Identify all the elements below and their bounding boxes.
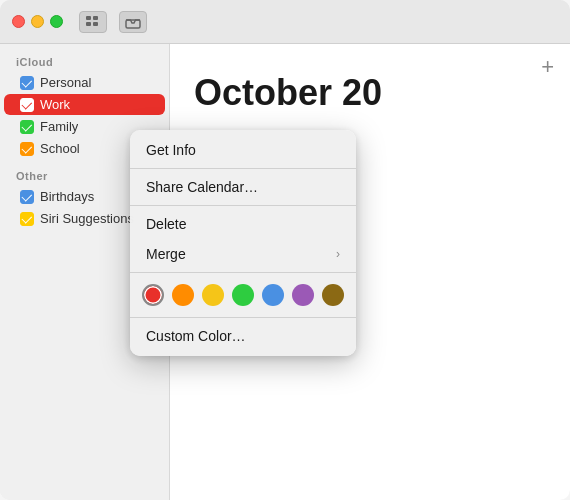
add-event-button[interactable]: + — [541, 56, 554, 78]
color-swatch-purple[interactable] — [292, 284, 314, 306]
month-title: October 20 — [194, 72, 546, 114]
menu-item-share-calendar-label: Share Calendar… — [146, 179, 258, 195]
svg-rect-4 — [126, 20, 140, 28]
minimize-button[interactable] — [31, 15, 44, 28]
sidebar-item-school-label: School — [40, 141, 80, 156]
color-swatches-row — [130, 276, 356, 314]
traffic-lights — [12, 15, 63, 28]
svg-rect-3 — [93, 22, 98, 26]
menu-item-get-info[interactable]: Get Info — [130, 135, 356, 165]
merge-arrow-icon: › — [336, 247, 340, 261]
color-swatch-red[interactable] — [142, 284, 164, 306]
close-button[interactable] — [12, 15, 25, 28]
sidebar-item-personal[interactable]: Personal — [4, 72, 165, 93]
siri-checkbox[interactable] — [20, 212, 34, 226]
menu-separator-1 — [130, 168, 356, 169]
work-checkbox[interactable] — [20, 98, 34, 112]
sidebar-item-work[interactable]: Work — [4, 94, 165, 115]
svg-rect-0 — [86, 16, 91, 20]
maximize-button[interactable] — [50, 15, 63, 28]
icloud-section-label: iCloud — [0, 56, 169, 68]
family-checkbox[interactable] — [20, 120, 34, 134]
inbox-icon[interactable] — [119, 11, 147, 33]
menu-item-merge[interactable]: Merge › — [130, 239, 356, 269]
app-window: iCloud Personal Work Family School Other — [0, 0, 570, 500]
menu-separator-4 — [130, 317, 356, 318]
menu-item-custom-color[interactable]: Custom Color… — [130, 321, 356, 351]
context-menu: Get Info Share Calendar… Delete Merge › — [130, 130, 356, 356]
menu-item-merge-label: Merge — [146, 246, 186, 262]
sidebar-item-family-label: Family — [40, 119, 78, 134]
color-swatch-orange[interactable] — [172, 284, 194, 306]
svg-rect-2 — [86, 22, 91, 26]
sidebar-item-personal-label: Personal — [40, 75, 91, 90]
menu-item-share-calendar[interactable]: Share Calendar… — [130, 172, 356, 202]
birthdays-checkbox[interactable] — [20, 190, 34, 204]
svg-rect-1 — [93, 16, 98, 20]
school-checkbox[interactable] — [20, 142, 34, 156]
sidebar-item-birthdays-label: Birthdays — [40, 189, 94, 204]
personal-checkbox[interactable] — [20, 76, 34, 90]
title-bar — [0, 0, 570, 44]
color-swatch-blue[interactable] — [262, 284, 284, 306]
menu-item-delete[interactable]: Delete — [130, 209, 356, 239]
menu-item-get-info-label: Get Info — [146, 142, 196, 158]
sidebar-item-siri-label: Siri Suggestions — [40, 211, 134, 226]
sidebar-item-work-label: Work — [40, 97, 70, 112]
menu-separator-3 — [130, 272, 356, 273]
menu-separator-2 — [130, 205, 356, 206]
menu-item-custom-color-label: Custom Color… — [146, 328, 246, 344]
color-swatch-brown[interactable] — [322, 284, 344, 306]
grid-view-icon[interactable] — [79, 11, 107, 33]
color-swatch-green[interactable] — [232, 284, 254, 306]
menu-item-delete-label: Delete — [146, 216, 186, 232]
color-swatch-yellow[interactable] — [202, 284, 224, 306]
